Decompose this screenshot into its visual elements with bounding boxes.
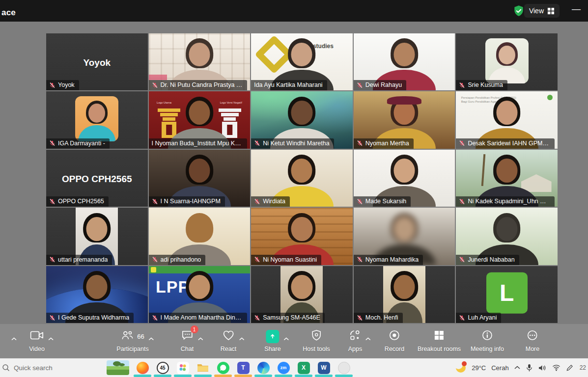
toolbar-video-button[interactable]: Video <box>29 328 45 352</box>
toolbar-chat-button[interactable]: 1Chat <box>181 328 194 352</box>
taskbar-app-notes[interactable] <box>336 358 351 377</box>
toolbar-host-tools-button[interactable]: Host tools <box>303 328 330 352</box>
participant-tile[interactable]: Junerdi Nababan <box>456 208 558 265</box>
toolbar-item-label: Chat <box>181 346 194 352</box>
chevron-up-icon[interactable] <box>283 334 289 343</box>
muted-mic-icon <box>49 82 56 88</box>
chevron-up-icon[interactable] <box>198 334 203 343</box>
running-app-indicator <box>254 375 272 377</box>
participant-name: I Made Anom Mahartha Dinat... <box>161 314 243 321</box>
running-app-indicator <box>335 375 353 377</box>
quick-search[interactable]: Quick search <box>2 358 53 377</box>
participant-name-label: Moch. Henfi <box>354 313 403 323</box>
participant-name: Samsung SM-A546E <box>263 314 320 321</box>
participant-name-label: I Nyoman Buda_Institut Mpu Kut... <box>149 138 247 149</box>
chevron-up-icon[interactable] <box>48 334 54 343</box>
participant-name: adi prihandono <box>161 256 201 263</box>
participant-tile[interactable]: Samsung SM-A546E <box>251 266 353 323</box>
muted-mic-icon <box>357 198 363 205</box>
participant-tile[interactable]: IGA Darmayanti - <box>46 91 148 148</box>
muted-mic-icon <box>459 315 465 321</box>
participant-tile[interactable]: Made Sukarsih <box>354 150 455 207</box>
record-icon <box>389 329 400 343</box>
chevron-up-icon[interactable] <box>11 334 17 343</box>
tray-speaker-icon[interactable] <box>538 364 547 372</box>
toolbar-item-label: Video <box>29 346 45 352</box>
toolbar-item-label: Host tools <box>303 346 330 352</box>
taskbar-app-clock[interactable]: 45 <box>155 358 170 377</box>
person-head <box>499 46 515 65</box>
tray-wifi-icon[interactable] <box>552 364 560 371</box>
clock-partial[interactable]: 22 <box>580 364 586 371</box>
taskbar-app-file-explorer[interactable] <box>196 358 210 377</box>
participant-tile[interactable]: I N Suarna-IAHNGPM <box>149 150 251 207</box>
taskbar-app-word[interactable]: W <box>316 358 331 377</box>
initial-avatar: L <box>486 272 528 313</box>
taskbar-app-whatsapp[interactable] <box>216 358 230 377</box>
taskbar-app-start[interactable] <box>106 358 130 377</box>
view-button[interactable]: View <box>524 4 560 18</box>
taskbar-apps: 45TzmXW <box>106 358 351 377</box>
system-tray: 29°C Cerah 22 <box>455 358 588 377</box>
participant-name: Ni Nyoman Suastini <box>263 256 317 263</box>
tray-pen-icon[interactable] <box>566 364 573 372</box>
participant-tile[interactable]: OPPO CPH2565OPPO CPH2565 <box>46 150 148 207</box>
toolbar-apps-button[interactable]: Apps <box>348 328 363 352</box>
toolbar-share-button[interactable]: Share <box>264 328 280 352</box>
participant-tile[interactable]: Nyoman Mahardika <box>354 208 455 265</box>
toolbar-react-button[interactable]: React <box>221 328 237 352</box>
muted-mic-icon <box>152 82 158 88</box>
taskbar-app-teams[interactable]: T <box>236 358 251 377</box>
weather-moon-icon[interactable] <box>455 362 466 373</box>
toolbar-participants-button[interactable]: 66Participants <box>116 328 148 352</box>
chevron-up-icon[interactable] <box>365 334 371 343</box>
participant-tile[interactable]: Moch. Henfi <box>354 266 455 323</box>
participant-display-name: OPPO CPH2565 <box>46 174 148 185</box>
participant-tile[interactable]: YoyokYoyok <box>46 33 148 90</box>
participant-tile[interactable]: Srie Kusuma <box>456 33 558 90</box>
taskbar-app-excel[interactable]: X <box>296 358 311 377</box>
person-head <box>394 43 415 67</box>
taskbar-app-zoom[interactable]: zm <box>276 358 291 377</box>
participant-tile[interactable]: Logo UtamaLogo Versi NegatifI Nyoman Bud… <box>149 91 251 148</box>
participant-tile[interactable]: Dr. Ni Putu Candra Prastya D... <box>149 33 251 90</box>
participant-tile[interactable]: LLuh Aryani <box>456 266 558 323</box>
toolbar-meeting-info-button[interactable]: Meeting info <box>471 328 504 352</box>
avatar-photo <box>485 38 529 83</box>
toolbar-record-button[interactable]: Record <box>385 328 404 352</box>
tray-microphone-icon[interactable] <box>526 364 533 372</box>
participant-tile[interactable]: Nyoman Mertha <box>354 91 455 148</box>
taskbar-app-firefox[interactable] <box>135 358 150 377</box>
start-landscape-thumb <box>107 360 129 375</box>
minimize-button[interactable]: — <box>570 4 582 14</box>
muted-mic-icon <box>152 198 158 205</box>
participant-tile[interactable]: LPPMI Made Anom Mahartha Dinat... <box>149 266 251 323</box>
participant-name-label: Dr. Ni Putu Candra Prastya D... <box>149 80 247 90</box>
participant-tile[interactable]: I Gede Suputra Widharma <box>46 266 148 323</box>
chat-unread-badge: 1 <box>191 325 198 333</box>
participant-tile[interactable]: uttari premananda <box>46 208 148 265</box>
participant-name-label: Yoyok <box>46 80 79 90</box>
participant-tile[interactable]: Wirdiata <box>251 150 353 207</box>
participant-tile[interactable]: Ni Kadek Supadmini_Uhn Sug... <box>456 150 558 207</box>
running-app-indicator <box>194 375 212 377</box>
chevron-up-icon[interactable] <box>149 334 154 343</box>
taskbar-app-edge[interactable] <box>256 358 271 377</box>
security-shield-icon[interactable] <box>512 4 525 17</box>
taskbar-app-colors[interactable] <box>175 358 190 377</box>
grid-view-icon <box>547 7 555 15</box>
participant-tile[interactable]: c.studiesIda Ayu Kartika Maharani <box>251 33 353 90</box>
participant-name-label: I Made Anom Mahartha Dinat... <box>149 313 247 323</box>
muted-mic-icon <box>459 256 465 263</box>
participant-tile[interactable]: Ni Ketut Windhi Maretha <box>251 91 353 148</box>
participant-tile[interactable]: Dewi Rahayu <box>354 33 455 90</box>
participant-name-label: adi prihandono <box>149 255 206 265</box>
muted-mic-icon <box>49 140 56 146</box>
toolbar-more-button[interactable]: More <box>526 328 539 352</box>
chevron-up-icon[interactable] <box>239 334 245 343</box>
participant-tile[interactable]: Persiapan Pendidikan Profesi Guru (PPG)B… <box>456 91 558 148</box>
toolbar-breakout-rooms-button[interactable]: Breakout rooms <box>418 328 461 352</box>
participant-tile[interactable]: Ni Nyoman Suastini <box>251 208 353 265</box>
participant-tile[interactable]: adi prihandono <box>149 208 251 265</box>
tray-chevron-up-icon[interactable] <box>514 366 520 370</box>
